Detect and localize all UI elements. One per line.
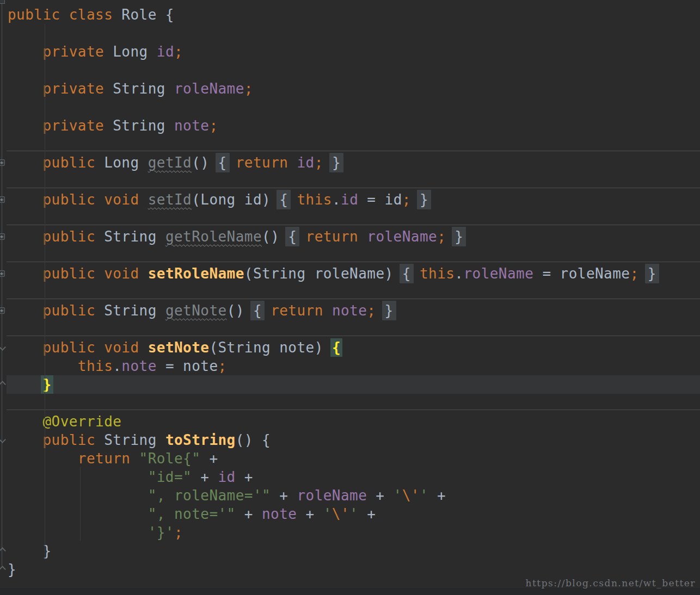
code-token [8, 265, 42, 282]
fold-marker-class-start[interactable] [0, 0, 5, 4]
folded-brace: } [645, 264, 659, 283]
code-token: Long [113, 44, 157, 60]
code-token: = [533, 265, 560, 282]
method-separator [7, 188, 700, 188]
code-line[interactable]: private Long id; [7, 42, 700, 61]
code-token: ; [367, 302, 376, 319]
code-line[interactable]: private String note; [7, 116, 700, 135]
code-line[interactable] [7, 98, 700, 116]
fold-collapse-end-icon[interactable] [0, 381, 6, 388]
code-line[interactable]: public void setNote(String note) { [7, 338, 700, 357]
code-line[interactable]: public String getRoleName() { return rol… [7, 227, 700, 246]
fold-collapse-end-icon[interactable] [0, 566, 6, 573]
code-token: roleName [560, 265, 630, 282]
code-token [262, 302, 271, 319]
fold-collapse-start-icon[interactable] [0, 344, 6, 351]
code-token: Long [104, 154, 148, 171]
code-token [8, 487, 148, 504]
code-line[interactable]: '}'; [7, 523, 700, 542]
code-token: + [236, 506, 262, 522]
code-line[interactable]: ", roleName='" + roleName + '\'' + [7, 486, 700, 505]
editor-window: +++++ */ public class Role { private Lon… [0, 0, 700, 595]
code-token: "Role{" [139, 450, 201, 467]
code-token: } [8, 561, 16, 578]
code-token: note [174, 117, 209, 134]
code-token [8, 191, 42, 208]
code-token: ; [209, 117, 218, 134]
folded-brace: } [452, 227, 466, 246]
code-token [8, 358, 78, 374]
code-line[interactable]: public String getNote() { return note; } [7, 301, 700, 320]
code-line[interactable] [7, 61, 700, 79]
fold-expand-icon[interactable]: + [0, 196, 5, 203]
code-token [8, 524, 148, 541]
code-token [8, 339, 42, 356]
code-token [8, 302, 42, 319]
code-token: private [42, 80, 113, 97]
fold-collapse-end-icon[interactable] [0, 547, 6, 554]
code-token: toString [165, 432, 236, 448]
code-line[interactable]: this.note = note; [7, 357, 700, 375]
code-token: \' [332, 506, 349, 522]
code-token: ' [349, 506, 358, 522]
code-line[interactable]: private String roleName; [7, 79, 700, 98]
code-line[interactable]: public class Role { [7, 5, 700, 24]
code-token: note [332, 302, 367, 319]
code-editor-area[interactable]: */ public class Role { private Long id; … [7, 0, 700, 595]
folded-brace: } [417, 190, 431, 209]
code-token: . [113, 358, 121, 374]
code-token: ; [437, 228, 446, 245]
code-token: String [104, 302, 165, 319]
fold-collapse-start-icon[interactable] [0, 436, 6, 443]
code-line[interactable]: "id=" + id + [7, 468, 700, 486]
code-token [8, 154, 42, 171]
code-token: roleName [174, 80, 244, 97]
code-token: id [244, 191, 262, 208]
code-token: getId [148, 154, 192, 171]
code-token: this [420, 265, 455, 282]
code-token: note [262, 506, 297, 522]
indent-guide [80, 467, 81, 541]
code-line-caret[interactable]: } [7, 375, 700, 394]
fold-expand-icon[interactable]: + [0, 233, 5, 240]
code-token: String [218, 339, 280, 356]
editor-gutter[interactable]: +++++ [0, 0, 7, 595]
code-token: ) [315, 339, 332, 356]
code-token: id [297, 154, 314, 171]
code-line[interactable]: public void setRoleName(String roleName)… [7, 264, 700, 283]
code-token: + [297, 506, 323, 522]
code-line[interactable] [7, 24, 700, 42]
watermark-url: https://blog.csdn.net/wt_better [526, 578, 696, 588]
matched-brace: { [330, 338, 342, 357]
fold-expand-icon[interactable]: + [0, 307, 5, 314]
code-line[interactable]: } [7, 542, 700, 560]
code-token: roleName [315, 265, 385, 282]
code-token: ; [402, 191, 411, 208]
code-token [8, 80, 42, 97]
code-line[interactable]: return "Role{" + [7, 449, 700, 468]
code-token: ( [244, 265, 253, 282]
code-token [8, 432, 42, 448]
code-line[interactable]: public void setId(Long id) { this.id = i… [7, 190, 700, 209]
code-token: ; [315, 154, 323, 171]
code-token: "id=" [148, 469, 192, 485]
code-token: return [271, 302, 332, 319]
code-line[interactable]: public String toString() { [7, 431, 700, 449]
fold-expand-icon[interactable]: + [0, 159, 5, 166]
code-line[interactable]: } [7, 560, 700, 579]
code-token: String [113, 80, 174, 97]
code-line[interactable]: @Override [7, 412, 700, 431]
code-token: String [253, 265, 315, 282]
code-token: ( [192, 191, 200, 208]
code-line[interactable]: ", note='" + note + '\'' + [7, 505, 700, 523]
code-token: + [271, 487, 297, 504]
fold-expand-icon[interactable]: + [0, 270, 5, 277]
code-token: () [262, 228, 288, 245]
code-token: ; [244, 80, 253, 97]
code-token [8, 44, 42, 60]
code-token: roleName [367, 228, 437, 245]
code-token: + [358, 506, 376, 522]
code-line[interactable]: public Long getId() { return id; } [7, 153, 700, 172]
code-token: + [428, 487, 446, 504]
indent-guide [45, 24, 45, 560]
